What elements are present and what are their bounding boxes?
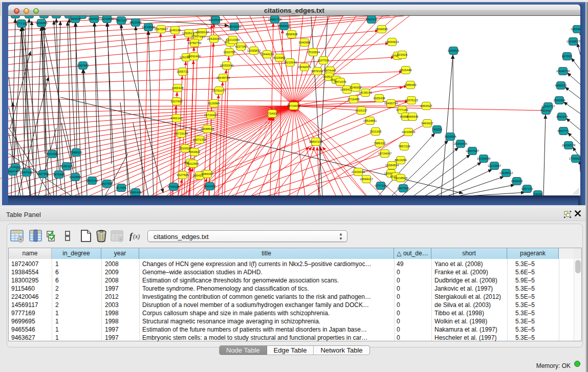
svg-text:1640954: 1640954: [298, 41, 311, 44]
svg-text:2687682: 2687682: [77, 64, 89, 67]
svg-text:19958107: 19958107: [195, 31, 209, 34]
svg-text:7663822: 7663822: [188, 150, 201, 154]
svg-text:7515526: 7515526: [179, 147, 191, 150]
svg-text:10046758: 10046758: [556, 70, 570, 73]
svg-text:8813054: 8813054: [395, 159, 407, 162]
svg-text:7857224: 7857224: [115, 19, 127, 22]
svg-text:1691144: 1691144: [556, 115, 569, 118]
svg-text:817006: 817006: [116, 186, 127, 189]
svg-text:1621022: 1621022: [204, 185, 216, 188]
svg-text:9657771: 9657771: [557, 129, 570, 133]
svg-text:16648784: 16648784: [216, 76, 230, 79]
svg-text:746206: 746206: [432, 128, 443, 131]
svg-text:1610755: 1610755: [223, 51, 235, 54]
svg-text:73493: 73493: [268, 112, 277, 115]
svg-text:3875685: 3875685: [53, 173, 65, 176]
svg-text:22420046: 22420046: [207, 37, 221, 40]
svg-text:6879197: 6879197: [311, 70, 323, 73]
svg-text:18807249: 18807249: [309, 140, 323, 143]
svg-text:15692971: 15692971: [298, 65, 312, 69]
svg-text:18724007: 18724007: [287, 104, 301, 107]
svg-text:5716485: 5716485: [347, 98, 360, 101]
svg-text:9463627: 9463627: [420, 104, 432, 107]
svg-text:9465546: 9465546: [406, 115, 419, 118]
svg-text:12444159: 12444159: [260, 53, 274, 56]
svg-text:18640910: 18640910: [228, 25, 242, 28]
svg-text:53594: 53594: [534, 193, 542, 195]
svg-text:15720407: 15720407: [204, 114, 218, 117]
svg-text:8322037: 8322037: [46, 152, 58, 156]
svg-text:7485063: 7485063: [404, 83, 417, 86]
svg-text:16154838: 16154838: [477, 157, 491, 160]
svg-text:9515449: 9515449: [400, 69, 412, 72]
svg-text:1540994: 1540994: [553, 99, 565, 102]
svg-text:13325419: 13325419: [209, 18, 223, 21]
svg-text:12213389: 12213389: [226, 38, 240, 41]
svg-text:9327505: 9327505: [37, 172, 49, 176]
svg-text:10928312: 10928312: [499, 171, 513, 174]
svg-text:1065328: 1065328: [171, 86, 184, 90]
svg-text:8958928: 8958928: [286, 33, 298, 36]
svg-text:7955812: 7955812: [278, 25, 290, 28]
svg-text:9777169: 9777169: [396, 108, 408, 112]
svg-text:16961758: 16961758: [268, 18, 282, 21]
svg-text:12093872: 12093872: [247, 49, 261, 52]
svg-text:16782759: 16782759: [188, 41, 202, 45]
svg-text:16210643: 16210643: [284, 61, 297, 64]
svg-text:9245652: 9245652: [350, 86, 362, 89]
svg-text:1025438: 1025438: [373, 97, 385, 100]
svg-text:12975115: 12975115: [405, 99, 419, 102]
svg-text:9463627: 9463627: [421, 122, 433, 125]
svg-text:14136141: 14136141: [359, 91, 373, 94]
svg-text:10688609: 10688609: [201, 127, 214, 130]
svg-text:8813054: 8813054: [129, 21, 142, 24]
svg-text:9327505: 9327505: [177, 173, 189, 177]
svg-text:14569117: 14569117: [360, 178, 374, 181]
svg-text:9777169: 9777169: [375, 184, 387, 187]
svg-text:9699695: 9699695: [376, 28, 388, 31]
svg-text:10807487: 10807487: [466, 149, 480, 152]
svg-text:1145194: 1145194: [169, 29, 182, 32]
svg-text:1527602: 1527602: [170, 100, 183, 103]
svg-text:933426: 933426: [397, 53, 408, 56]
svg-text:6497568: 6497568: [397, 187, 409, 190]
svg-text:20364436: 20364436: [454, 142, 468, 145]
svg-text:20053346: 20053346: [220, 64, 234, 67]
svg-text:19166827: 19166827: [567, 40, 580, 43]
svg-text:(x): (x): [133, 233, 140, 240]
svg-text:12342757: 12342757: [541, 105, 555, 108]
svg-text:9777169: 9777169: [15, 22, 28, 25]
svg-text:1362615: 1362615: [365, 18, 378, 21]
svg-text:867833: 867833: [562, 55, 573, 58]
svg-text:1167531: 1167531: [318, 59, 330, 62]
svg-text:1156829: 1156829: [448, 49, 460, 52]
svg-text:8912954: 8912954: [187, 162, 199, 165]
svg-text:8471676: 8471676: [334, 80, 346, 83]
svg-text:19384554: 19384554: [385, 164, 399, 167]
svg-text:9242848: 9242848: [69, 176, 81, 179]
svg-text:9699695: 9699695: [35, 21, 48, 25]
svg-text:9084067: 9084067: [201, 172, 213, 176]
svg-text:18524851: 18524851: [363, 119, 377, 122]
svg-text:10719185: 10719185: [175, 132, 188, 135]
svg-text:9227342: 9227342: [235, 45, 247, 48]
svg-text:19218506: 19218506: [142, 26, 156, 29]
svg-text:19654923: 19654923: [385, 40, 399, 43]
svg-text:3267130: 3267130: [521, 187, 533, 190]
svg-text:7857224: 7857224: [398, 145, 410, 148]
svg-text:20206578: 20206578: [562, 144, 576, 147]
svg-text:8454749: 8454749: [8, 170, 19, 173]
svg-text:12213967: 12213967: [488, 164, 502, 167]
svg-text:2530025: 2530025: [511, 180, 523, 183]
svg-text:15495754: 15495754: [384, 102, 398, 105]
svg-text:2521163: 2521163: [370, 130, 382, 133]
svg-text:19654983: 19654983: [571, 28, 580, 31]
svg-text:22420046: 22420046: [352, 170, 365, 173]
svg-text:18724007: 18724007: [378, 152, 392, 155]
svg-text:6466160: 6466160: [170, 117, 183, 120]
svg-text:2588520: 2588520: [70, 151, 82, 154]
svg-text:19218506: 19218506: [394, 177, 408, 180]
svg-text:20975867: 20975867: [155, 28, 168, 31]
svg-text:6794028: 6794028: [167, 185, 180, 188]
svg-text:7986322: 7986322: [374, 142, 386, 145]
